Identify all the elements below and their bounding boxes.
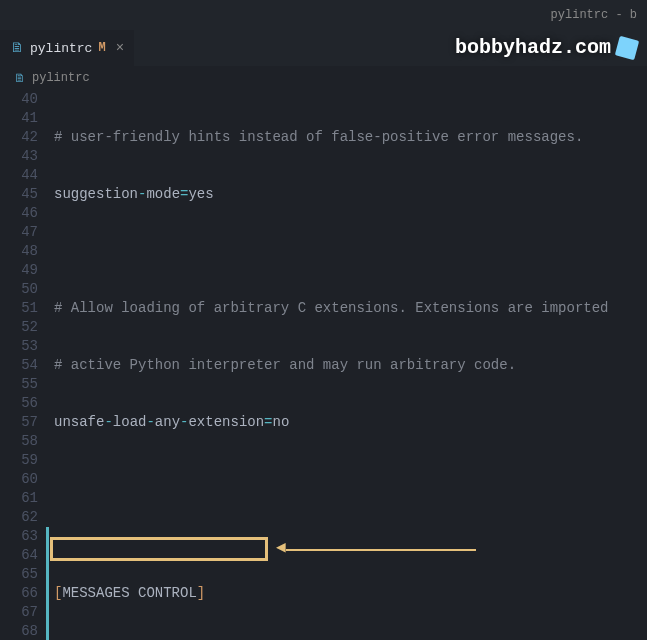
line-number: 46 bbox=[0, 204, 38, 223]
line-number: 53 bbox=[0, 337, 38, 356]
breadcrumb[interactable]: 🗎 pylintrc bbox=[0, 66, 647, 90]
line-number: 57 bbox=[0, 413, 38, 432]
comment: # active Python interpreter and may run … bbox=[54, 357, 516, 373]
close-icon[interactable]: × bbox=[116, 40, 124, 56]
window-title: pylintrc - b bbox=[551, 8, 637, 22]
config-key: any bbox=[155, 414, 180, 430]
line-number: 62 bbox=[0, 508, 38, 527]
line-number: 66 bbox=[0, 584, 38, 603]
code-editor[interactable]: 40 41 42 43 44 45 46 47 48 49 50 51 52 5… bbox=[0, 90, 647, 640]
line-number: 61 bbox=[0, 489, 38, 508]
config-key: unsafe bbox=[54, 414, 104, 430]
line-number: 63 bbox=[0, 527, 38, 546]
modified-indicator: M bbox=[98, 41, 105, 55]
config-key: extension bbox=[188, 414, 264, 430]
file-icon: 🗎 bbox=[14, 71, 26, 86]
line-number: 45 bbox=[0, 185, 38, 204]
section-header: MESSAGES CONTROL bbox=[62, 585, 196, 601]
watermark-text: bobbyhadz.com bbox=[455, 36, 611, 59]
config-key: suggestion bbox=[54, 186, 138, 202]
line-number: 68 bbox=[0, 622, 38, 640]
line-number: 64 bbox=[0, 546, 38, 565]
line-number: 40 bbox=[0, 90, 38, 109]
line-number: 42 bbox=[0, 128, 38, 147]
line-number: 59 bbox=[0, 451, 38, 470]
arrow-annotation bbox=[286, 549, 476, 551]
line-number: 47 bbox=[0, 223, 38, 242]
line-number: 50 bbox=[0, 280, 38, 299]
line-number: 54 bbox=[0, 356, 38, 375]
line-number: 65 bbox=[0, 565, 38, 584]
git-gutter bbox=[46, 527, 49, 640]
cube-icon bbox=[615, 35, 639, 59]
line-number: 52 bbox=[0, 318, 38, 337]
line-number: 60 bbox=[0, 470, 38, 489]
tab-pylintrc[interactable]: 🗎 pylintrc M × bbox=[0, 30, 134, 66]
comment: # Allow loading of arbitrary C extension… bbox=[54, 300, 609, 316]
line-number: 55 bbox=[0, 375, 38, 394]
config-value: yes bbox=[188, 186, 213, 202]
code-content[interactable]: # user-friendly hints instead of false-p… bbox=[54, 90, 647, 640]
line-number: 51 bbox=[0, 299, 38, 318]
line-number: 41 bbox=[0, 109, 38, 128]
line-number: 58 bbox=[0, 432, 38, 451]
window-titlebar: pylintrc - b bbox=[0, 0, 647, 30]
comment: # user-friendly hints instead of false-p… bbox=[54, 129, 583, 145]
line-number: 49 bbox=[0, 261, 38, 280]
config-value: no bbox=[273, 414, 290, 430]
line-number: 67 bbox=[0, 603, 38, 622]
breadcrumb-filename: pylintrc bbox=[32, 71, 90, 85]
line-number: 43 bbox=[0, 147, 38, 166]
config-key: mode bbox=[146, 186, 180, 202]
file-icon: 🗎 bbox=[10, 40, 24, 56]
line-number: 48 bbox=[0, 242, 38, 261]
config-key: load bbox=[113, 414, 147, 430]
watermark: bobbyhadz.com bbox=[455, 36, 637, 59]
tab-filename: pylintrc bbox=[30, 41, 92, 56]
line-number: 44 bbox=[0, 166, 38, 185]
line-number: 56 bbox=[0, 394, 38, 413]
